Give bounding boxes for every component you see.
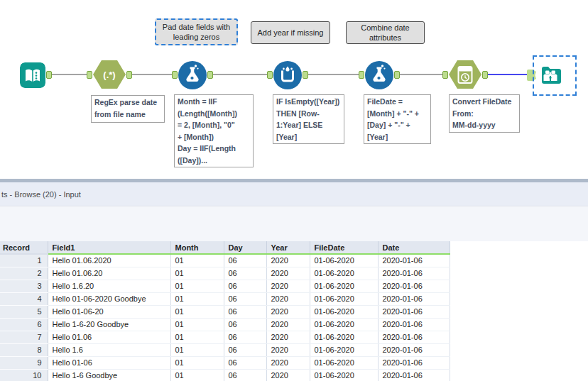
data-cell[interactable]: 06 — [224, 331, 266, 343]
column-header-year[interactable]: Year — [266, 241, 310, 254]
data-cell[interactable]: 2020 — [266, 369, 310, 381]
record-number-cell[interactable]: 5 — [0, 305, 48, 318]
connection-input-regex[interactable] — [52, 74, 87, 75]
data-cell[interactable]: 2020-01-06 — [378, 305, 450, 318]
tool-formula-2[interactable] — [365, 61, 393, 89]
data-cell[interactable]: 06 — [224, 254, 266, 267]
data-cell[interactable]: 2020-01-06 — [378, 292, 450, 305]
data-cell[interactable]: Hello 01.06.2020 — [48, 254, 170, 267]
data-cell[interactable]: 2020-01-06 — [378, 267, 450, 280]
record-number-cell[interactable]: 9 — [0, 356, 48, 369]
data-cell[interactable]: 01-06-2020 — [310, 267, 378, 280]
connection-datetime-browse-selected[interactable] — [488, 74, 527, 75]
annotation-formula-2[interactable]: FileDate = [Month] + "-" + [Day] + "-" +… — [364, 94, 431, 144]
data-cell[interactable]: 01 — [170, 254, 224, 267]
connection-multirow-formula2[interactable] — [308, 74, 359, 75]
data-cell[interactable]: 01-06-2020 — [310, 331, 378, 343]
column-header-date[interactable]: Date — [378, 241, 450, 254]
column-header-month[interactable]: Month — [170, 241, 224, 254]
data-cell[interactable]: Hello 1-6 Goodbye — [48, 369, 170, 381]
output-anchor-formula2[interactable] — [394, 71, 400, 79]
input-anchor-formula2[interactable] — [359, 71, 364, 79]
data-cell[interactable]: 01 — [170, 331, 224, 343]
data-cell[interactable]: 01-06-2020 — [310, 318, 378, 331]
annotation-multi-row-formula[interactable]: IF IsEmpty([Year]) THEN [Row- 1:Year] EL… — [273, 94, 344, 144]
output-anchor-datetime[interactable] — [482, 71, 488, 79]
annotation-datetime[interactable]: Convert FileDate From: MM-dd-yyyy — [449, 94, 520, 133]
tool-datetime[interactable] — [449, 60, 481, 89]
input-anchor-datetime[interactable] — [442, 71, 448, 79]
data-cell[interactable]: Hello 1.6 — [48, 343, 170, 356]
tool-regex[interactable]: (.*) — [93, 60, 126, 89]
data-cell[interactable]: 06 — [224, 267, 266, 280]
data-cell[interactable]: 2020-01-06 — [378, 343, 450, 356]
data-cell[interactable]: 01 — [170, 369, 224, 381]
data-cell[interactable]: 01-06-2020 — [310, 343, 378, 356]
tool-multi-row-formula[interactable] — [273, 61, 302, 89]
data-cell[interactable]: 01 — [170, 356, 224, 369]
record-number-cell[interactable]: 6 — [0, 318, 48, 331]
data-cell[interactable]: 2020 — [266, 305, 310, 318]
data-cell[interactable]: Hello 01.06.20 — [48, 267, 170, 280]
data-cell[interactable]: 01 — [170, 343, 224, 356]
tool-browse[interactable] — [538, 62, 563, 91]
output-anchor-formula1[interactable] — [207, 71, 213, 79]
data-cell[interactable]: 2020 — [266, 292, 310, 305]
output-anchor-regex[interactable] — [126, 71, 132, 79]
data-cell[interactable]: 2020-01-06 — [378, 369, 450, 381]
annotation-regex[interactable]: RegEx parse date from file name — [91, 95, 165, 123]
data-cell[interactable]: 06 — [224, 343, 266, 356]
record-number-cell[interactable]: 2 — [0, 267, 48, 280]
data-cell[interactable]: 06 — [224, 369, 266, 381]
record-number-cell[interactable]: 1 — [0, 254, 48, 267]
data-cell[interactable]: 01 — [170, 280, 224, 292]
data-cell[interactable]: 01-06-2020 — [310, 254, 378, 267]
data-cell[interactable]: 06 — [224, 292, 266, 305]
tool-input-data[interactable] — [20, 62, 45, 91]
data-cell[interactable]: Hello 01-06 — [48, 356, 170, 369]
data-cell[interactable]: 2020-01-06 — [378, 280, 450, 292]
data-cell[interactable]: 06 — [224, 356, 266, 369]
data-cell[interactable]: 2020 — [266, 267, 310, 280]
annotation-formula-1[interactable]: Month = IIF (Length([Month]) = 2, [Month… — [174, 94, 254, 167]
data-cell[interactable]: 2020 — [266, 356, 310, 369]
data-cell[interactable]: Hello 1.6.20 — [48, 280, 170, 292]
comment-add-year[interactable]: Add year if missing — [251, 21, 330, 44]
data-cell[interactable]: Hello 01-06-20 — [48, 305, 170, 318]
connection-formula1-multirow[interactable] — [213, 74, 267, 75]
data-cell[interactable]: 2020-01-06 — [378, 318, 450, 331]
record-number-cell[interactable]: 7 — [0, 331, 48, 343]
data-cell[interactable]: 01 — [170, 305, 224, 318]
record-number-cell[interactable]: 10 — [0, 369, 48, 381]
column-header-record[interactable]: Record — [0, 241, 48, 254]
output-anchor-multirow[interactable] — [303, 71, 308, 79]
data-cell[interactable]: Hello 01.06 — [48, 331, 170, 343]
record-number-cell[interactable]: 8 — [0, 343, 48, 356]
data-cell[interactable]: 06 — [224, 318, 266, 331]
data-cell[interactable]: 01-06-2020 — [310, 369, 378, 381]
data-cell[interactable]: 2020 — [266, 318, 310, 331]
data-cell[interactable]: 01-06-2020 — [310, 305, 378, 318]
input-anchor-multirow[interactable] — [267, 71, 273, 79]
data-cell[interactable]: 06 — [224, 280, 266, 292]
data-cell[interactable]: 01-06-2020 — [310, 280, 378, 292]
data-cell[interactable]: 01 — [170, 292, 224, 305]
data-cell[interactable]: 2020 — [266, 343, 310, 356]
record-number-cell[interactable]: 4 — [0, 292, 48, 305]
data-cell[interactable]: 2020 — [266, 331, 310, 343]
data-cell[interactable]: Hello 1-6-20 Goodbye — [48, 318, 170, 331]
data-cell[interactable]: 2020 — [266, 254, 310, 267]
input-anchor-formula1[interactable] — [172, 71, 178, 79]
workflow-canvas[interactable]: Pad date fields with leading zeros Add y… — [0, 0, 588, 179]
data-cell[interactable]: 01-06-2020 — [310, 292, 378, 305]
data-cell[interactable]: 2020-01-06 — [378, 356, 450, 369]
data-cell[interactable]: Hello 01-06-2020 Goodbye — [48, 292, 170, 305]
data-cell[interactable]: 2020-01-06 — [378, 254, 450, 267]
data-cell[interactable]: 01 — [170, 267, 224, 280]
data-cell[interactable]: 01-06-2020 — [310, 356, 378, 369]
record-number-cell[interactable]: 3 — [0, 280, 48, 292]
input-anchor-regex[interactable] — [87, 71, 92, 79]
column-header-filedate[interactable]: FileDate — [310, 241, 378, 254]
connection-formula2-datetime[interactable] — [400, 74, 442, 75]
comment-combine-date[interactable]: Combine date attributes — [346, 21, 425, 44]
